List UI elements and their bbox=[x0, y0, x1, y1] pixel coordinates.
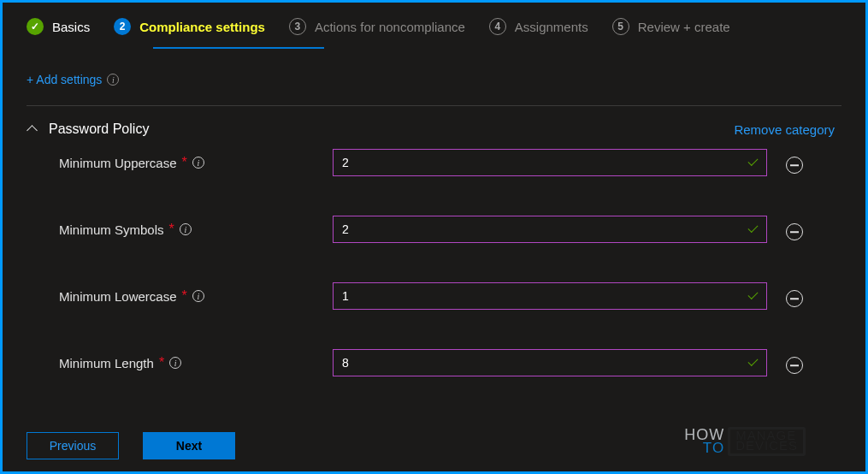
input-wrap bbox=[333, 349, 767, 376]
required-asterisk: * bbox=[159, 355, 164, 370]
min-length-input[interactable] bbox=[333, 349, 767, 376]
add-settings-row: + Add settings i bbox=[27, 73, 841, 86]
category-toggle[interactable]: Password Policy bbox=[27, 121, 149, 137]
setting-label: Minimum Uppercase bbox=[59, 156, 177, 170]
remove-category-link[interactable]: Remove category bbox=[734, 122, 835, 137]
step-review-create[interactable]: 5 Review + create bbox=[612, 18, 730, 35]
step-compliance-settings[interactable]: 2 Compliance settings bbox=[114, 18, 265, 35]
setting-label-wrap: Minimum Uppercase * i bbox=[59, 155, 333, 170]
setting-row-min-symbols: Minimum Symbols * i bbox=[27, 216, 841, 282]
step-label: Review + create bbox=[638, 20, 730, 34]
setting-label-wrap: Minimum Length * i bbox=[59, 355, 333, 370]
step-number-icon: 4 bbox=[489, 18, 506, 35]
setting-label: Minimum Lowercase bbox=[59, 289, 177, 304]
input-wrap bbox=[333, 216, 767, 243]
valid-check-icon bbox=[747, 156, 760, 169]
step-label: Compliance settings bbox=[139, 20, 265, 34]
step-label: Basics bbox=[52, 20, 90, 34]
chevron-up-icon bbox=[27, 123, 38, 135]
input-wrap bbox=[333, 149, 767, 176]
wizard-steps: ✓ Basics 2 Compliance settings 3 Actions… bbox=[27, 18, 841, 42]
setting-row-min-uppercase: Minimum Uppercase * i bbox=[27, 149, 841, 216]
step-label: Assignments bbox=[515, 20, 588, 34]
required-asterisk: * bbox=[182, 155, 187, 170]
remove-setting-button[interactable] bbox=[786, 223, 803, 240]
required-asterisk: * bbox=[169, 222, 174, 237]
setting-row-min-length: Minimum Length * i bbox=[27, 349, 841, 385]
valid-check-icon bbox=[747, 222, 760, 236]
valid-check-icon bbox=[747, 289, 760, 303]
category-password-policy: Password Policy Remove category Minimum … bbox=[27, 106, 841, 385]
step-basics[interactable]: ✓ Basics bbox=[27, 18, 90, 35]
next-button[interactable]: Next bbox=[143, 432, 235, 459]
remove-setting-button[interactable] bbox=[786, 290, 803, 307]
valid-check-icon bbox=[747, 356, 760, 370]
check-icon: ✓ bbox=[27, 18, 44, 35]
setting-label-wrap: Minimum Lowercase * i bbox=[59, 288, 333, 304]
step-label: Actions for noncompliance bbox=[315, 20, 465, 34]
wizard-footer: Previous Next bbox=[27, 432, 235, 459]
setting-label-wrap: Minimum Symbols * i bbox=[59, 222, 333, 237]
min-lowercase-input[interactable] bbox=[333, 282, 767, 310]
info-icon[interactable]: i bbox=[107, 74, 119, 86]
info-icon[interactable]: i bbox=[192, 290, 204, 302]
setting-label: Minimum Symbols bbox=[59, 222, 164, 237]
add-settings-link[interactable]: + Add settings bbox=[27, 73, 102, 86]
min-uppercase-input[interactable] bbox=[333, 149, 767, 176]
step-actions-noncompliance[interactable]: 3 Actions for noncompliance bbox=[289, 18, 465, 35]
wizard-container: ✓ Basics 2 Compliance settings 3 Actions… bbox=[3, 3, 865, 385]
step-number-icon: 5 bbox=[612, 18, 629, 35]
category-header: Password Policy Remove category bbox=[27, 121, 841, 149]
watermark-text: DEVICES bbox=[735, 441, 798, 452]
remove-setting-button[interactable] bbox=[786, 157, 803, 174]
setting-row-min-lowercase: Minimum Lowercase * i bbox=[27, 282, 841, 349]
active-step-underline bbox=[153, 47, 324, 49]
info-icon[interactable]: i bbox=[192, 157, 204, 169]
category-title: Password Policy bbox=[49, 121, 149, 137]
step-number-icon: 2 bbox=[114, 18, 131, 35]
input-wrap bbox=[333, 282, 767, 310]
remove-setting-button[interactable] bbox=[786, 357, 803, 374]
info-icon[interactable]: i bbox=[169, 357, 181, 369]
info-icon[interactable]: i bbox=[180, 223, 192, 235]
step-number-icon: 3 bbox=[289, 18, 306, 35]
setting-label: Minimum Length bbox=[59, 356, 154, 370]
required-asterisk: * bbox=[182, 288, 187, 304]
previous-button[interactable]: Previous bbox=[27, 432, 119, 459]
watermark-text: TO bbox=[684, 441, 724, 454]
min-symbols-input[interactable] bbox=[333, 216, 767, 243]
step-assignments[interactable]: 4 Assignments bbox=[489, 18, 588, 35]
watermark-logo: HOW TO MANAGE DEVICES bbox=[684, 427, 806, 457]
